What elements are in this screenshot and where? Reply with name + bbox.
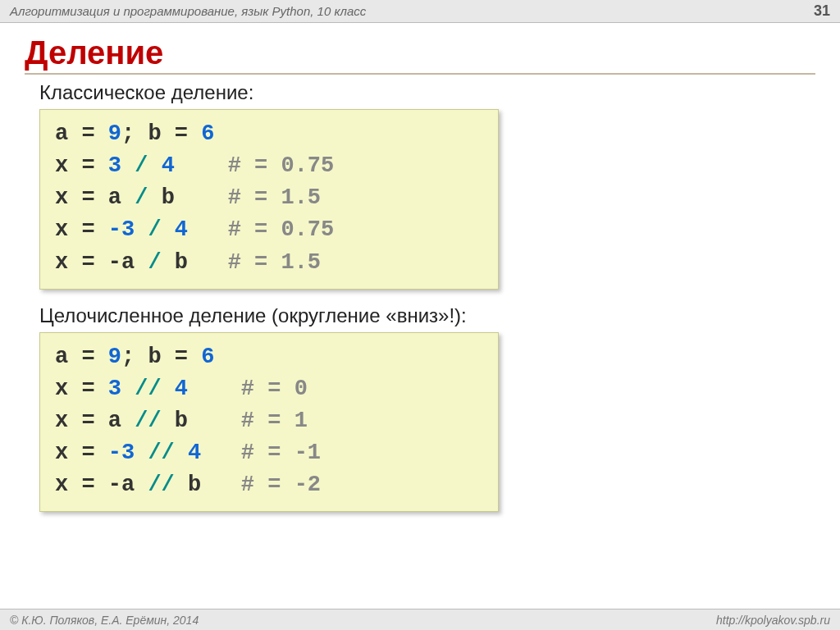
header-bar: Алгоритмизация и программирование, язык … bbox=[0, 0, 840, 23]
code-block-1: a = 9; b = 6x = 3 / 4 # = 0.75x = a / b … bbox=[39, 109, 499, 290]
footer-url: http://kpolyakov.spb.ru bbox=[716, 614, 830, 627]
section1-heading: Классическое деление: bbox=[39, 81, 815, 104]
code-line: x = 3 / 4 # = 0.75 bbox=[55, 150, 483, 182]
course-title: Алгоритмизация и программирование, язык … bbox=[10, 4, 366, 18]
code-line: x = -a // b # = -2 bbox=[55, 469, 483, 501]
slide-title: Деление bbox=[25, 31, 815, 73]
code-line: x = -3 // 4 # = -1 bbox=[55, 437, 483, 469]
footer-bar: © К.Ю. Поляков, Е.А. Ерёмин, 2014 http:/… bbox=[0, 609, 840, 630]
code-block-2: a = 9; b = 6x = 3 // 4 # = 0x = a // b #… bbox=[39, 332, 499, 513]
code-line: x = -a / b # = 1.5 bbox=[55, 247, 483, 279]
code-line: x = a // b # = 1 bbox=[55, 405, 483, 437]
code-line: x = 3 // 4 # = 0 bbox=[55, 373, 483, 405]
code-line: x = -3 / 4 # = 0.75 bbox=[55, 214, 483, 246]
code-line: x = a / b # = 1.5 bbox=[55, 182, 483, 214]
title-rule bbox=[25, 73, 815, 75]
footer-copyright: © К.Ю. Поляков, Е.А. Ерёмин, 2014 bbox=[10, 614, 199, 627]
code-line: a = 9; b = 6 bbox=[55, 341, 483, 373]
section2-heading: Целочисленное деление (округление «вниз»… bbox=[39, 304, 815, 327]
page-number: 31 bbox=[814, 2, 830, 20]
code-line: a = 9; b = 6 bbox=[55, 118, 483, 150]
